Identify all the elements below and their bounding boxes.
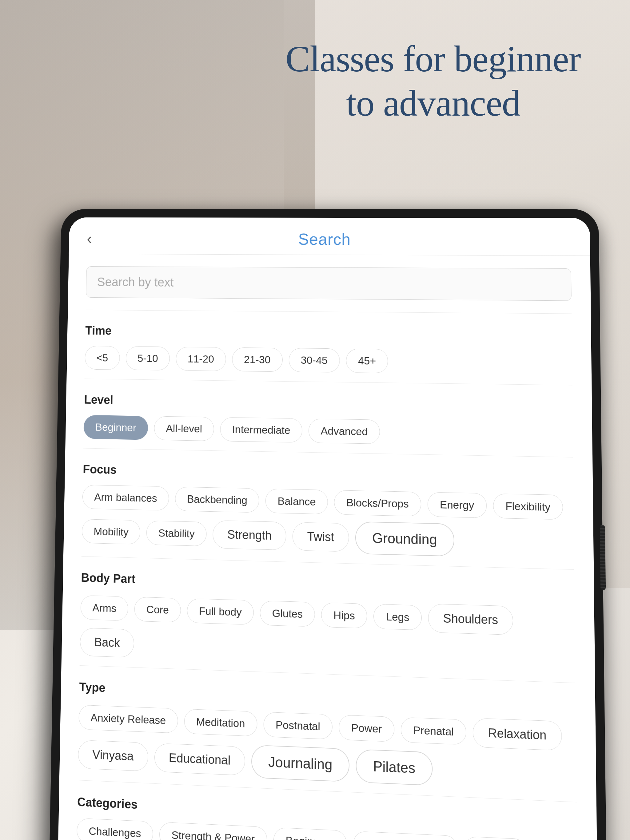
focus-label: Focus [83,463,573,486]
chip-all-level[interactable]: All-level [154,416,214,441]
chip-circuits[interactable]: Circuits [464,836,527,840]
chip-beginner[interactable]: Beginner [83,415,148,440]
time-chips: <5 5-10 11-20 21-30 30-45 45+ [85,346,572,376]
headline: Classes for beginner to advanced [285,37,581,125]
chip-beginners[interactable]: Beginners [273,827,347,840]
headline-line1: Classes for beginner [285,38,581,79]
chip-time-45plus[interactable]: 45+ [346,349,388,373]
chip-stress-anxiety[interactable]: Stress & Anxiety [353,831,458,840]
chip-glutes[interactable]: Glutes [260,600,315,627]
search-container: Search by text [68,254,591,311]
chip-twist[interactable]: Twist [292,522,349,552]
chip-time-lt5[interactable]: <5 [85,346,120,370]
chip-intermediate[interactable]: Intermediate [220,417,302,443]
headline-line2: to advanced [346,83,520,123]
chip-meditation[interactable]: Meditation [184,709,257,736]
chip-relaxation[interactable]: Relaxation [473,718,562,751]
chip-vinyasa[interactable]: Vinyasa [78,740,148,771]
back-button[interactable]: ‹ [87,230,92,248]
nav-bar: ‹ Search [69,217,590,256]
chip-time-11-20[interactable]: 11-20 [176,347,226,371]
chip-strength[interactable]: Strength [212,520,286,550]
chip-challenges[interactable]: Challenges [77,818,154,840]
chip-prenatal[interactable]: Prenatal [401,717,467,745]
search-input-wrapper[interactable]: Search by text [86,266,571,301]
chip-blocks-props[interactable]: Blocks/Props [334,490,421,516]
type-filter-section: Type Anxiety Release Meditation Postnata… [59,668,597,799]
chip-anxiety-release[interactable]: Anxiety Release [78,705,178,733]
time-filter-section: Time <5 5-10 11-20 21-30 30-45 45+ [67,313,592,382]
chip-strength-power[interactable]: Strength & Power [159,822,267,840]
time-label: Time [85,324,572,342]
chip-time-5-10[interactable]: 5-10 [125,346,170,371]
chip-shoulders[interactable]: Shoulders [428,603,513,635]
tablet-speaker [600,525,606,590]
body-part-filter-section: Body Part Arms Core Full body Glutes Hip… [62,559,595,681]
chip-time-30-45[interactable]: 30-45 [288,348,340,373]
chip-stability[interactable]: Stability [146,520,207,546]
divider-1 [85,309,571,314]
focus-filter-section: Focus Arm balances Backbending Balance B… [63,451,594,567]
chip-postnatal[interactable]: Postnatal [263,712,332,739]
chip-backbending[interactable]: Backbending [175,487,260,513]
type-chips: Anxiety Release Meditation Postnatal Pow… [78,703,576,792]
chip-back[interactable]: Back [80,628,135,658]
tablet-screen: ‹ Search Search by text Time <5 5-10 [57,217,598,840]
app-screen: ‹ Search Search by text Time <5 5-10 [57,217,598,840]
chip-flexibility[interactable]: Flexibility [493,494,563,520]
search-input[interactable]: Search by text [97,275,174,289]
body-part-chips: Arms Core Full body Glutes Hips Legs Sho… [80,594,575,673]
chip-educational[interactable]: Educational [154,743,245,775]
chip-time-21-30[interactable]: 21-30 [232,347,283,372]
chip-arm-balances[interactable]: Arm balances [82,485,169,511]
tablet-wrapper: ‹ Search Search by text Time <5 5-10 [55,209,630,840]
chip-grounding[interactable]: Grounding [355,521,454,556]
chip-advanced[interactable]: Advanced [309,418,380,444]
chip-energy[interactable]: Energy [427,492,486,518]
chip-pilates[interactable]: Pilates [356,749,433,786]
chip-balance[interactable]: Balance [266,489,328,515]
chip-journaling[interactable]: Journaling [251,745,350,782]
nav-title: Search [298,230,351,249]
chip-full-body[interactable]: Full body [187,598,254,625]
chip-power[interactable]: Power [339,715,394,742]
chip-arms[interactable]: Arms [80,595,128,621]
chip-hips[interactable]: Hips [321,602,367,628]
chip-core[interactable]: Core [134,597,181,623]
chip-legs[interactable]: Legs [374,604,422,630]
tablet-device: ‹ Search Search by text Time <5 5-10 [49,209,607,840]
level-label: Level [84,393,573,414]
body-part-label: Body Part [81,571,575,598]
headline-area: Classes for beginner to advanced [285,37,581,125]
level-chips: Beginner All-level Intermediate Advanced [83,415,573,448]
level-filter-section: Level Beginner All-level Intermediate Ad… [65,382,592,455]
focus-chips: Arm balances Backbending Balance Blocks/… [82,485,574,560]
chip-mobility[interactable]: Mobility [82,519,140,544]
